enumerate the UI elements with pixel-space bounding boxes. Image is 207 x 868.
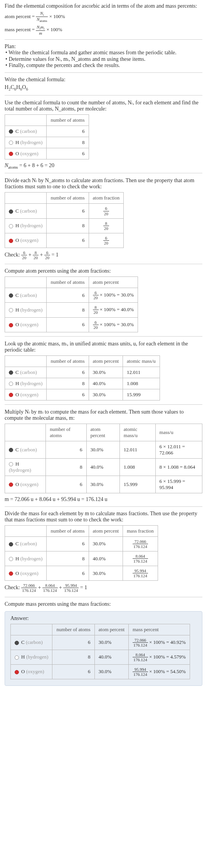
col-header: number of atoms bbox=[47, 114, 89, 126]
intro-text: Find the elemental composition for ascor… bbox=[5, 3, 202, 9]
divider bbox=[5, 597, 202, 597]
hydrogen-dot-icon bbox=[9, 224, 13, 228]
hydrogen-dot-icon bbox=[9, 382, 13, 386]
hydrogen-dot-icon bbox=[9, 141, 13, 145]
atoms-count-table: number of atoms C (carbon)6 H (hydrogen)… bbox=[5, 114, 89, 159]
atom-percent-table: number of atomsatom percent C (carbon)66… bbox=[5, 276, 138, 332]
divide-intro: Divide each Nᵢ by N_atoms to calculate a… bbox=[5, 177, 202, 190]
carbon-dot-icon bbox=[9, 370, 13, 375]
carbon-dot-icon bbox=[9, 129, 13, 134]
answer-box: Answer: number of atomsatom percentmass … bbox=[5, 611, 202, 686]
check-mass-fractions: Check: 72.066176.124 + 8.064176.124 + 95… bbox=[5, 583, 202, 593]
divider bbox=[5, 336, 202, 337]
table-row: O (oxygen)630.0%95.994176.124 bbox=[5, 566, 158, 581]
table-row: H (hydrogen)840.0%1.008 bbox=[5, 378, 160, 389]
answer-label: Answer: bbox=[10, 615, 197, 622]
mass-fraction-intro: Divide the mass for each element by m to… bbox=[5, 511, 202, 523]
table-row: O (oxygen)6620 bbox=[5, 233, 124, 248]
table-row: C (carbon)6620 bbox=[5, 204, 124, 218]
answer-table: number of atomsatom percentmass percent … bbox=[10, 624, 190, 680]
oxygen-dot-icon bbox=[9, 239, 13, 243]
plan-item: • Determine values for Nᵢ, mᵢ, N_atoms a… bbox=[5, 56, 202, 62]
divider bbox=[5, 72, 202, 73]
hydrogen-dot-icon bbox=[9, 462, 13, 466]
divider bbox=[5, 173, 202, 173]
oxygen-dot-icon bbox=[9, 571, 13, 576]
divider bbox=[5, 506, 202, 507]
multiply-intro: Multiply Nᵢ by mᵢ to compute the mass fo… bbox=[5, 409, 202, 421]
mass-intro: Look up the atomic mass, mᵢ, in unified … bbox=[5, 340, 202, 353]
hydrogen-dot-icon bbox=[9, 557, 13, 561]
table-row: C (carbon)630.0%72.066176.124 × 100% = 4… bbox=[11, 635, 190, 650]
divider bbox=[5, 95, 202, 96]
divider bbox=[5, 264, 202, 264]
oxygen-dot-icon bbox=[9, 393, 13, 397]
carbon-dot-icon bbox=[9, 293, 13, 298]
table-row: H (hydrogen)8820 bbox=[5, 218, 124, 233]
table-row: H (hydrogen)840.0%8.064176.124 bbox=[5, 551, 158, 566]
table-row: C (carbon)630.0%12.011 bbox=[5, 367, 160, 378]
oxygen-dot-icon bbox=[9, 483, 13, 487]
n-atoms-total: Natoms = 6 + 8 + 6 = 20 bbox=[5, 163, 202, 169]
hydrogen-dot-icon bbox=[9, 308, 13, 312]
carbon-dot-icon bbox=[9, 542, 13, 546]
divider bbox=[5, 39, 202, 40]
mass-compute-table: number of atomsatom percentatomic mass/u… bbox=[5, 424, 202, 493]
oxygen-dot-icon bbox=[9, 152, 13, 156]
plan-item: • Write the chemical formula and gather … bbox=[5, 50, 202, 56]
table-row: H (hydrogen)840.0%8.064176.124 × 100% = … bbox=[11, 650, 190, 664]
table-row: O (oxygen)630.0%95.994176.124 × 100% = 5… bbox=[11, 664, 190, 679]
atom-percent-formula: atom percent = NiNatoms × 100% bbox=[5, 11, 202, 23]
hydrogen-dot-icon bbox=[15, 655, 19, 660]
table-row: H (hydrogen)8820 × 100% = 40.0% bbox=[5, 303, 138, 317]
carbon-dot-icon bbox=[9, 209, 13, 214]
plan-item: • Finally, compute the percents and chec… bbox=[5, 62, 202, 69]
mass-fraction-table: number of atomsatom percentmass fraction… bbox=[5, 525, 158, 581]
final-intro: Compute mass percents using the mass fra… bbox=[5, 601, 202, 607]
table-row: H (hydrogen)840.0%1.0088 × 1.008 = 8.064 bbox=[5, 458, 202, 476]
atom-fraction-table: number of atomsatom fraction C (carbon)6… bbox=[5, 192, 124, 248]
table-row: C (carbon)6620 × 100% = 30.0% bbox=[5, 288, 138, 303]
table-row: O (oxygen)630.0%15.9996 × 15.999 = 95.99… bbox=[5, 476, 202, 493]
table-row: C (carbon)6 bbox=[5, 126, 89, 137]
table-row: O (oxygen)6 bbox=[5, 148, 89, 159]
divider bbox=[5, 404, 202, 405]
m-total: m = 72.066 u + 8.064 u + 95.994 u = 176.… bbox=[5, 496, 202, 503]
oxygen-dot-icon bbox=[9, 323, 13, 327]
table-row: C (carbon)630.0%72.066176.124 bbox=[5, 536, 158, 551]
plan-label: Plan: bbox=[5, 44, 202, 50]
carbon-dot-icon bbox=[9, 448, 13, 452]
write-formula-label: Write the chemical formula: bbox=[5, 77, 202, 83]
mass-percent-formula: mass percent = Nimim × 100% bbox=[5, 25, 202, 35]
oxygen-dot-icon bbox=[15, 670, 19, 674]
count-intro: Use the chemical formula to count the nu… bbox=[5, 99, 202, 112]
table-row: O (oxygen)6620 × 100% = 30.0% bbox=[5, 317, 138, 332]
table-row: C (carbon)630.0%12.0116 × 12.011 = 72.06… bbox=[5, 441, 202, 458]
check-fractions: Check: 620 + 820 + 620 = 1 bbox=[5, 250, 202, 260]
chemical-formula: H2C6H6O6 bbox=[5, 84, 202, 91]
carbon-dot-icon bbox=[15, 641, 19, 645]
table-row: H (hydrogen)8 bbox=[5, 137, 89, 148]
table-row: O (oxygen)630.0%15.999 bbox=[5, 389, 160, 400]
atomic-mass-table: number of atomsatom percentatomic mass/u… bbox=[5, 355, 160, 400]
atom-percent-intro: Compute atom percents using the atom fra… bbox=[5, 268, 202, 274]
